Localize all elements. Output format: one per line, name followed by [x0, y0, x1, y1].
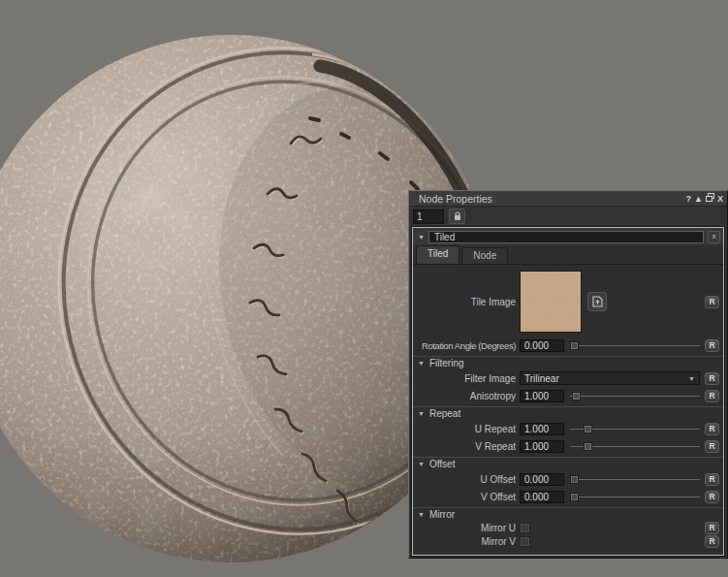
- pin-icon[interactable]: ▲: [694, 194, 703, 204]
- tiled-node-group: ▼ Tiled x Tiled Node Tile Image: [412, 227, 724, 556]
- collapse-triangle-icon[interactable]: ▼: [418, 234, 425, 240]
- reset-button[interactable]: R: [705, 522, 719, 534]
- tile-image-label: Tile Image: [413, 297, 520, 307]
- reset-button[interactable]: R: [705, 491, 719, 503]
- v-repeat-field[interactable]: [520, 440, 564, 453]
- group-close-button[interactable]: x: [708, 231, 720, 243]
- collapse-triangle-icon[interactable]: ▼: [418, 461, 425, 467]
- section-mirror[interactable]: ▼ Mirror: [413, 507, 723, 521]
- section-repeat-label: Repeat: [429, 408, 460, 419]
- mirror-v-label: Mirror V: [413, 536, 520, 547]
- filter-image-dropdown[interactable]: Trilinear ▼: [520, 371, 700, 385]
- mirror-u-row: Mirror U R: [413, 521, 723, 534]
- v-repeat-label: V Repeat: [413, 441, 520, 452]
- lock-icon: [453, 211, 462, 221]
- reset-button[interactable]: R: [705, 339, 719, 352]
- u-offset-label: U Offset: [413, 474, 520, 485]
- filter-image-row: Filter Image Trilinear ▼ R: [413, 369, 723, 387]
- slider-handle[interactable]: [572, 392, 581, 401]
- v-offset-row: V Offset R: [413, 488, 723, 505]
- reset-button[interactable]: R: [705, 296, 719, 308]
- collapse-triangle-icon[interactable]: ▼: [418, 410, 425, 417]
- tab-node[interactable]: Node: [461, 247, 508, 264]
- u-offset-field[interactable]: [520, 473, 564, 486]
- v-offset-slider[interactable]: [570, 491, 700, 503]
- lock-button[interactable]: [449, 208, 465, 224]
- u-offset-row: U Offset R: [413, 470, 723, 488]
- v-offset-label: V Offset: [413, 492, 520, 502]
- reset-button[interactable]: R: [705, 440, 719, 453]
- panel-titlebar[interactable]: Node Properties ? ▲ X: [409, 191, 727, 207]
- rotation-angle-row: Rotation Angle (Degrees) R: [413, 337, 723, 354]
- chevron-down-icon: ▼: [688, 375, 695, 382]
- application-window: Node Properties ? ▲ X ▼ Ti: [0, 0, 728, 577]
- reset-button[interactable]: R: [705, 473, 719, 486]
- reset-button[interactable]: R: [705, 372, 719, 385]
- node-properties-panel: Node Properties ? ▲ X ▼ Ti: [408, 190, 728, 559]
- anisotropy-field[interactable]: [520, 390, 564, 402]
- section-offset[interactable]: ▼ Offset: [413, 457, 723, 470]
- anisotropy-label: Anisotropy: [413, 391, 520, 401]
- group-header[interactable]: ▼ Tiled x: [413, 228, 723, 245]
- section-filtering[interactable]: ▼ Filtering: [413, 356, 723, 369]
- slider-handle[interactable]: [584, 442, 592, 451]
- reset-button[interactable]: R: [705, 535, 719, 548]
- section-filtering-label: Filtering: [429, 358, 464, 369]
- section-repeat[interactable]: ▼ Repeat: [413, 406, 723, 420]
- mirror-u-checkbox[interactable]: [520, 523, 530, 533]
- restore-icon[interactable]: [706, 193, 714, 204]
- slider-handle[interactable]: [570, 475, 579, 484]
- close-icon[interactable]: X: [717, 194, 723, 204]
- reset-button[interactable]: R: [705, 423, 719, 435]
- panel-title: Node Properties: [419, 193, 686, 205]
- section-offset-label: Offset: [429, 459, 456, 469]
- mirror-v-row: Mirror V R: [413, 534, 723, 548]
- u-repeat-field[interactable]: [520, 423, 564, 435]
- filter-image-label: Filter Image: [413, 373, 520, 384]
- u-repeat-row: U Repeat R: [413, 420, 723, 437]
- load-image-button[interactable]: [587, 292, 607, 311]
- section-mirror-label: Mirror: [429, 509, 455, 520]
- node-name-field[interactable]: Tiled: [428, 231, 704, 243]
- mirror-u-label: Mirror U: [413, 523, 520, 533]
- rotation-angle-label: Rotation Angle (Degrees): [413, 340, 520, 351]
- reset-button[interactable]: R: [705, 390, 719, 402]
- help-icon[interactable]: ?: [686, 194, 692, 204]
- tab-tiled[interactable]: Tiled: [416, 245, 459, 264]
- item-count-input[interactable]: [413, 209, 444, 224]
- u-offset-slider[interactable]: [570, 473, 700, 486]
- anisotropy-slider[interactable]: [570, 390, 700, 402]
- v-offset-field[interactable]: [520, 491, 564, 503]
- mirror-v-checkbox[interactable]: [520, 536, 530, 547]
- anisotropy-row: Anisotropy R: [413, 387, 723, 404]
- panel-toolbar: [409, 207, 727, 226]
- filter-image-value: Trilinear: [524, 373, 559, 384]
- u-repeat-slider[interactable]: [570, 423, 700, 435]
- slider-handle[interactable]: [570, 341, 579, 350]
- v-repeat-slider[interactable]: [570, 440, 700, 453]
- titlebar-icons: ? ▲ X: [686, 193, 723, 204]
- tab-bar: Tiled Node: [413, 245, 723, 265]
- v-repeat-row: V Repeat R: [413, 437, 723, 455]
- tile-image-row: Tile Image R: [413, 265, 723, 337]
- rotation-angle-slider[interactable]: [570, 339, 700, 352]
- slider-handle[interactable]: [584, 425, 592, 433]
- slider-handle[interactable]: [570, 493, 579, 501]
- rotation-angle-field[interactable]: [520, 339, 564, 352]
- load-image-icon: [592, 296, 603, 307]
- collapse-triangle-icon[interactable]: ▼: [418, 511, 425, 518]
- u-repeat-label: U Repeat: [413, 424, 520, 434]
- tile-image-thumbnail[interactable]: [520, 271, 582, 333]
- collapse-triangle-icon[interactable]: ▼: [418, 360, 425, 367]
